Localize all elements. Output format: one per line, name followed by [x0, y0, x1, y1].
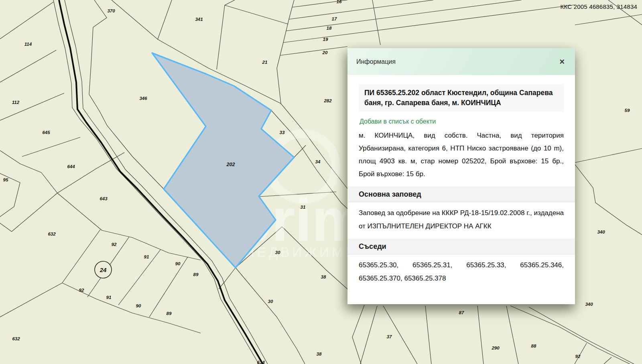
parcel-description: м. КОИНЧИЦА, вид собств. Частна, вид тер…: [359, 129, 564, 181]
popup-body: ПИ 65365.25.202 област Кюстендил, община…: [347, 75, 575, 285]
popup-title: Информация: [356, 58, 396, 65]
close-icon[interactable]: ×: [558, 57, 566, 67]
add-to-object-list-link[interactable]: Добави в списък с обекти: [360, 118, 436, 125]
main-order-text: Заповед за одобрение на КККР РД-18-15/19…: [359, 206, 564, 233]
cadastral-map-viewer: prim НЕДВИЖИМИ ИМОТИ 3703411141123466456…: [0, 0, 642, 364]
section-heading-main-order: Основна заповед: [347, 187, 575, 202]
parcel-heading: ПИ 65365.25.202 област Кюстендил, община…: [359, 84, 564, 112]
info-popup: Информация × ПИ 65365.25.202 област Кюст…: [347, 48, 575, 304]
point-symbol-24: [95, 261, 112, 278]
popup-header: Информация ×: [347, 48, 575, 75]
section-heading-neighbors: Съседи: [347, 239, 575, 254]
neighbors-list: 65365.25.30, 65365.25.31, 65365.25.33, 6…: [359, 258, 564, 285]
map-reference-code: ККС 2005 4686835, 314834: [561, 3, 637, 10]
